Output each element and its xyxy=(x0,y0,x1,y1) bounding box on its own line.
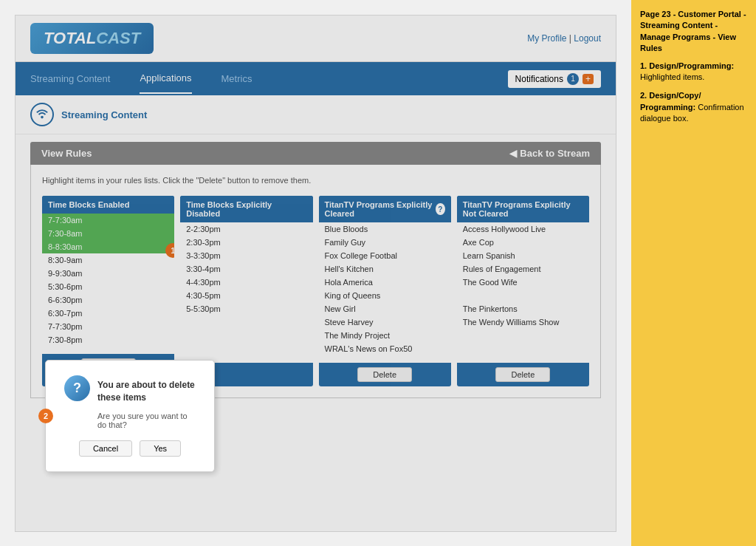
dialog-yes-button[interactable]: Yes xyxy=(140,440,181,457)
list-item[interactable]: Rules of Engagement xyxy=(457,262,589,276)
list-item[interactable]: 8-8:30am 1 xyxy=(42,240,174,253)
titantv-not-cleared-list[interactable]: Access Hollywood Live Axe Cop Learn Span… xyxy=(457,222,589,363)
titantv-not-cleared-label: TitanTV Programs Explicitly Not Cleared xyxy=(463,200,583,218)
list-item[interactable]: Steve Harvey xyxy=(319,315,451,329)
badge-2: 2 xyxy=(38,409,53,423)
breadcrumb-area: Streaming Content xyxy=(16,95,616,134)
titantv-cleared-list[interactable]: Blue Bloods Family Guy Fox College Footb… xyxy=(319,222,451,363)
help-icon[interactable]: ? xyxy=(436,203,445,215)
list-item[interactable]: 2:30-3pm xyxy=(180,236,312,249)
list-item[interactable]: 7:30-8am xyxy=(42,227,174,240)
back-to-stream-button[interactable]: ◀ Back to Stream xyxy=(509,148,590,159)
list-item[interactable]: 7-7:30am xyxy=(42,214,174,227)
dialog-info-icon: ? xyxy=(64,375,90,401)
list-item[interactable]: 7:30-8pm xyxy=(42,333,174,347)
titantv-cleared-label: TitanTV Programs Explicitly Cleared xyxy=(325,200,436,218)
notifications-button[interactable]: Notifications 1 + xyxy=(508,70,601,88)
list-item[interactable]: 5-5:30pm xyxy=(180,302,312,315)
nav-metrics[interactable]: Metrics xyxy=(221,64,252,93)
notifications-plus: + xyxy=(583,74,594,84)
confirm-dialog: 2 ? You are about to delete these items … xyxy=(45,360,215,472)
back-to-stream-label: Back to Stream xyxy=(520,148,590,159)
list-item[interactable]: The Mindy Project xyxy=(319,329,451,342)
streaming-content-icon xyxy=(30,103,54,126)
logout-link[interactable]: Logout xyxy=(574,33,601,44)
sidebar-page-info: Page 23 - Customer Portal - Streaming Co… xyxy=(640,9,747,55)
dialog-title: You are about to delete these items xyxy=(97,375,196,404)
list-item[interactable]: 6:30-7pm xyxy=(42,307,174,320)
time-blocks-enabled-label: Time Blocks Enabled xyxy=(48,200,129,209)
dialog-header: ? You are about to delete these items xyxy=(64,375,196,404)
header-right: My Profile | Logout xyxy=(527,33,601,44)
titantv-cleared-column: TitanTV Programs Explicitly Cleared ? Bl… xyxy=(319,196,451,386)
nav-applications[interactable]: Applications xyxy=(140,64,191,94)
sidebar-section2-title: 2. Design/Copy/ Programming: xyxy=(640,91,701,111)
titantv-cleared-header: TitanTV Programs Explicitly Cleared ? xyxy=(319,196,451,222)
list-item[interactable]: Learn Spanish xyxy=(457,249,589,262)
titantv-cleared-footer: Delete xyxy=(319,363,451,386)
titantv-cleared-delete-button[interactable]: Delete xyxy=(357,367,412,382)
list-item[interactable]: Axe Cop xyxy=(457,236,589,249)
time-blocks-disabled-column: Time Blocks Explicitly Disabled 2-2:30pm… xyxy=(180,196,312,386)
back-arrow-icon: ◀ xyxy=(509,148,517,159)
list-item[interactable]: WRAL's News on Fox50 xyxy=(319,342,451,355)
list-item[interactable]: 9-9:30am xyxy=(42,267,174,280)
nav-links: Streaming Content Applications Metrics xyxy=(30,64,252,94)
instruction-text: Highlight items in your rules lists. Cli… xyxy=(42,176,589,185)
sidebar: Page 23 - Customer Portal - Streaming Co… xyxy=(631,0,756,546)
notifications-label: Notifications xyxy=(515,74,563,84)
list-item[interactable] xyxy=(457,289,589,302)
dialog-body: Are you sure you want to do that? xyxy=(64,412,196,429)
view-rules-title: View Rules xyxy=(41,148,92,159)
list-item[interactable]: 3:30-4pm xyxy=(180,262,312,276)
time-blocks-disabled-list[interactable]: 2-2:30pm 2:30-3pm 3-3:30pm 3:30-4pm 4-4:… xyxy=(180,222,312,363)
list-item[interactable]: The Pinkertons xyxy=(457,302,589,315)
my-profile-link[interactable]: My Profile xyxy=(527,33,566,44)
nav-streaming-content[interactable]: Streaming Content xyxy=(30,64,110,93)
sidebar-section1-text: Highlighted items. xyxy=(640,72,704,81)
badge-1: 1 xyxy=(165,243,174,258)
logo: TOTAL CAST xyxy=(30,23,154,54)
list-item[interactable]: 4:30-5pm xyxy=(180,289,312,302)
list-item[interactable]: 2-2:30pm xyxy=(180,222,312,236)
breadcrumb-label: Streaming Content xyxy=(61,109,147,120)
header: TOTAL CAST My Profile | Logout xyxy=(16,16,616,62)
list-item[interactable]: Family Guy xyxy=(319,236,451,249)
dialog-buttons: Cancel Yes xyxy=(64,440,196,457)
list-item[interactable]: 4-4:30pm xyxy=(180,276,312,289)
separator: | xyxy=(569,33,571,44)
list-item[interactable]: 7-7:30pm xyxy=(42,320,174,333)
list-item[interactable]: New Girl xyxy=(319,302,451,315)
svg-point-0 xyxy=(41,116,44,119)
navbar: Streaming Content Applications Metrics N… xyxy=(16,62,616,95)
sidebar-section1-title: 1. Design/Programming: xyxy=(640,61,734,70)
dialog-cancel-button[interactable]: Cancel xyxy=(79,440,132,457)
list-item[interactable]: 8:30-9am xyxy=(42,253,174,267)
list-item[interactable]: The Good Wife xyxy=(457,276,589,289)
titantv-not-cleared-delete-button[interactable]: Delete xyxy=(495,367,550,382)
titantv-not-cleared-column: TitanTV Programs Explicitly Not Cleared … xyxy=(457,196,589,386)
titantv-not-cleared-header: TitanTV Programs Explicitly Not Cleared xyxy=(457,196,589,222)
columns-grid: Time Blocks Enabled 7-7:30am 7:30-8am 8-… xyxy=(42,196,589,386)
list-item[interactable]: 5:30-6pm xyxy=(42,280,174,293)
sidebar-section-2: 2. Design/Copy/ Programming: Confirmatio… xyxy=(640,90,747,124)
list-item[interactable]: 3-3:30pm xyxy=(180,249,312,262)
list-item[interactable]: Blue Bloods xyxy=(319,222,451,236)
list-item[interactable]: The Wendy Williams Show xyxy=(457,315,589,329)
logo-total: TOTAL xyxy=(44,29,96,48)
list-item[interactable]: Fox College Footbal xyxy=(319,249,451,262)
list-item[interactable]: Hola America xyxy=(319,276,451,289)
time-blocks-enabled-column: Time Blocks Enabled 7-7:30am 7:30-8am 8-… xyxy=(42,196,174,386)
view-rules-header: View Rules ◀ Back to Stream xyxy=(30,142,601,165)
time-blocks-enabled-list[interactable]: 7-7:30am 7:30-8am 8-8:30am 1 8:30-9am 9-… xyxy=(42,214,174,354)
list-item[interactable]: Access Hollywood Live xyxy=(457,222,589,236)
sidebar-section-1: 1. Design/Programming: Highlighted items… xyxy=(640,61,747,83)
list-item[interactable]: 6-6:30pm xyxy=(42,293,174,307)
list-item[interactable]: King of Queens xyxy=(319,289,451,302)
time-blocks-disabled-header: Time Blocks Explicitly Disabled xyxy=(180,196,312,222)
titantv-not-cleared-footer: Delete xyxy=(457,363,589,386)
list-item[interactable]: Hell's Kitchen xyxy=(319,262,451,276)
notifications-badge: 1 xyxy=(567,73,579,85)
time-blocks-enabled-header: Time Blocks Enabled xyxy=(42,196,174,214)
time-blocks-disabled-label: Time Blocks Explicitly Disabled xyxy=(186,200,306,218)
